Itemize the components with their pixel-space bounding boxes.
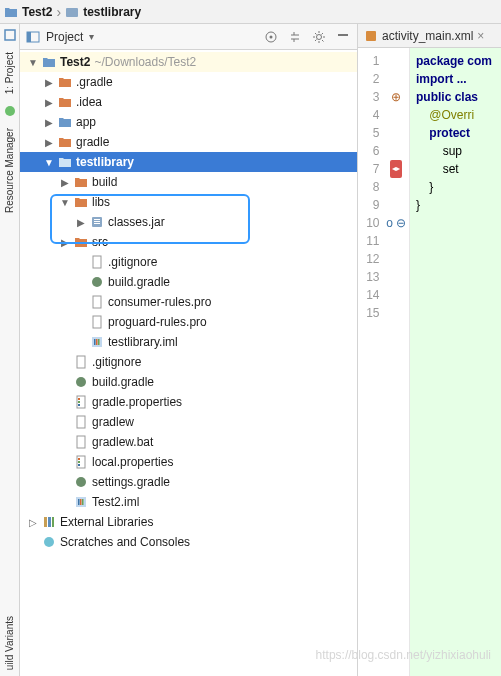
svg-rect-15 — [93, 296, 101, 308]
tree-item-app[interactable]: ▶ app — [20, 112, 357, 132]
expand-arrow-icon[interactable]: ▶ — [60, 237, 70, 248]
svg-rect-10 — [94, 219, 100, 220]
file-icon — [74, 355, 88, 369]
tree-item-gradlew-bat[interactable]: gradlew.bat — [20, 432, 357, 452]
expand-arrow-icon[interactable]: ▶ — [44, 77, 54, 88]
tree-item-idea-dir[interactable]: ▶ .idea — [20, 92, 357, 112]
tree-item-build-gradle[interactable]: build.gradle — [20, 272, 357, 292]
rail-tab-resource-manager[interactable]: Resource Manager — [2, 122, 17, 219]
expand-arrow-icon[interactable]: ▶ — [60, 177, 70, 188]
tree-item-test2-iml[interactable]: Test2.iml — [20, 492, 357, 512]
gear-icon[interactable] — [311, 29, 327, 45]
override-marker-icon[interactable]: o ⊖ — [386, 214, 408, 232]
resource-manager-icon[interactable] — [3, 104, 17, 118]
editor-gutter: 123 456 789 101112 131415 ⊕ ◂▸ o ⊖ — [358, 48, 410, 676]
tree-item-scratches[interactable]: Scratches and Consoles — [20, 532, 357, 552]
tree-item-src[interactable]: ▶ src — [20, 232, 357, 252]
xml-file-icon — [364, 29, 378, 43]
svg-rect-19 — [96, 339, 98, 345]
hide-panel-icon[interactable] — [335, 29, 351, 45]
expand-arrow-icon[interactable]: ▶ — [76, 217, 86, 228]
editor-body: 123 456 789 101112 131415 ⊕ ◂▸ o ⊖ packa… — [358, 48, 501, 676]
rail-tab-build-variants[interactable]: uild Variants — [2, 610, 17, 676]
tree-item-label: build.gradle — [92, 375, 154, 389]
tree-item-libs[interactable]: ▼ libs — [20, 192, 357, 212]
tree-item-gradle-dir[interactable]: ▶ .gradle — [20, 72, 357, 92]
folder-icon — [58, 135, 72, 149]
svg-rect-27 — [77, 416, 85, 428]
tree-item-label: libs — [92, 195, 110, 209]
project-root-icon — [42, 55, 56, 69]
select-opened-file-icon[interactable] — [263, 29, 279, 45]
project-tree[interactable]: ▼ Test2 ~/Downloads/Test2 ▶ .gradle ▶ .i… — [20, 50, 357, 676]
tree-item-consumer-rules[interactable]: consumer-rules.pro — [20, 292, 357, 312]
gradle-file-icon — [74, 475, 88, 489]
tree-item-build[interactable]: ▶ build — [20, 172, 357, 192]
svg-rect-1 — [5, 30, 15, 40]
expand-arrow-icon[interactable]: ▷ — [28, 517, 38, 528]
tree-item-label: testlibrary.iml — [108, 335, 178, 349]
svg-rect-8 — [338, 34, 348, 36]
svg-rect-35 — [78, 499, 80, 505]
svg-rect-25 — [78, 401, 80, 403]
tree-item-classes-jar[interactable]: ▶ classes.jar — [20, 212, 357, 232]
project-view-icon — [26, 30, 40, 44]
expand-arrow-icon[interactable]: ▼ — [60, 197, 70, 208]
iml-file-icon — [74, 495, 88, 509]
libraries-icon — [42, 515, 56, 529]
tree-item-label: src — [92, 235, 108, 249]
close-icon[interactable]: × — [477, 29, 484, 43]
tree-item-label: Test2 — [60, 55, 90, 69]
breadcrumb-root[interactable]: Test2 — [22, 5, 52, 19]
tab-activity-main[interactable]: activity_main.xml × — [364, 29, 484, 43]
dropdown-arrow-icon[interactable]: ▾ — [89, 31, 94, 42]
tree-item-label: consumer-rules.pro — [108, 295, 211, 309]
tree-item-external-libs[interactable]: ▷ External Libraries — [20, 512, 357, 532]
expand-arrow-icon[interactable]: ▶ — [44, 117, 54, 128]
project-panel: Project ▾ ▼ — [20, 24, 358, 676]
svg-rect-36 — [80, 499, 82, 505]
tree-item-label: Scratches and Consoles — [60, 535, 190, 549]
breadcrumb-child[interactable]: testlibrary — [83, 5, 141, 19]
expand-fold-icon[interactable]: ⊕ — [386, 88, 408, 106]
tree-item-gradle-properties[interactable]: gradle.properties — [20, 392, 357, 412]
tree-item-label: build — [92, 175, 117, 189]
svg-rect-20 — [98, 339, 100, 345]
tree-item-proguard-rules[interactable]: proguard-rules.pro — [20, 312, 357, 332]
module-icon — [58, 155, 72, 169]
expand-arrow-icon[interactable]: ▼ — [44, 157, 54, 168]
expand-arrow-icon[interactable]: ▼ — [28, 57, 38, 68]
folder-icon — [74, 235, 88, 249]
tree-item-gradlew[interactable]: gradlew — [20, 412, 357, 432]
tree-item-root-build-gradle[interactable]: build.gradle — [20, 372, 357, 392]
tree-item-testlibrary-iml[interactable]: testlibrary.iml — [20, 332, 357, 352]
svg-point-6 — [270, 35, 273, 38]
tree-item-label: .gradle — [76, 75, 113, 89]
tree-item-label: local.properties — [92, 455, 173, 469]
tree-item-root-gitignore[interactable]: .gitignore — [20, 352, 357, 372]
svg-point-2 — [5, 106, 15, 116]
tree-item-gradle[interactable]: ▶ gradle — [20, 132, 357, 152]
tree-item-label: .idea — [76, 95, 102, 109]
tree-root[interactable]: ▼ Test2 ~/Downloads/Test2 — [20, 52, 357, 72]
svg-rect-38 — [44, 517, 47, 527]
tree-item-label: build.gradle — [108, 275, 170, 289]
code-area[interactable]: package com import ... public clas @Over… — [410, 48, 501, 676]
tree-item-testlibrary[interactable]: ▼ testlibrary — [20, 152, 357, 172]
chevron-right-icon: › — [56, 4, 61, 20]
tree-item-gitignore[interactable]: .gitignore — [20, 252, 357, 272]
svg-rect-42 — [366, 31, 376, 41]
file-icon — [90, 315, 104, 329]
svg-rect-18 — [94, 339, 96, 345]
left-tool-rail: 1: Project Resource Manager uild Variant… — [0, 24, 20, 676]
collapse-all-icon[interactable] — [287, 29, 303, 45]
project-panel-title[interactable]: Project — [46, 30, 83, 44]
tree-item-local-properties[interactable]: local.properties — [20, 452, 357, 472]
tree-item-settings-gradle[interactable]: settings.gradle — [20, 472, 357, 492]
error-marker-icon[interactable]: ◂▸ — [390, 160, 402, 178]
project-icon[interactable] — [3, 28, 17, 42]
expand-arrow-icon[interactable]: ▶ — [44, 137, 54, 148]
properties-file-icon — [74, 455, 88, 469]
expand-arrow-icon[interactable]: ▶ — [44, 97, 54, 108]
rail-tab-project[interactable]: 1: Project — [2, 46, 17, 100]
